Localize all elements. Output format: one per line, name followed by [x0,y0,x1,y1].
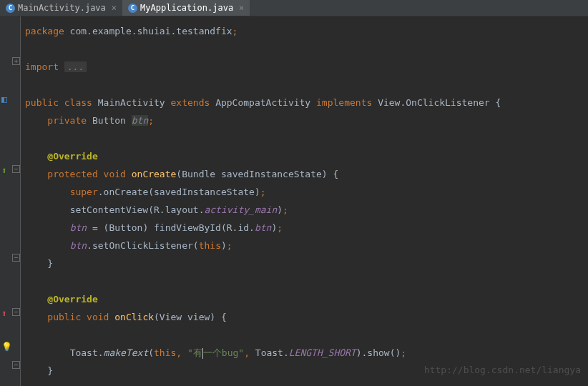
keyword-this: this [199,240,221,251]
java-class-icon: C [6,4,15,13]
override-red-icon[interactable]: ⬆ [1,308,11,318]
keyword-private: private [47,115,87,126]
keyword-protected: protected [47,169,103,179]
annotation-override: @Override [47,294,97,305]
java-class-icon: C [128,4,137,13]
keyword-void: void [104,169,132,179]
text-caret [202,348,203,359]
close-icon[interactable]: × [112,3,117,13]
keyword-super: super [70,187,98,197]
keyword-void: void [87,312,114,322]
keyword-implements: implements [316,97,378,108]
class-name: MainActivity [98,97,171,108]
tab-myapplication[interactable]: C MyApplication.java × [122,0,250,16]
super-class: AppCompatActivity [215,97,316,108]
tab-mainactivity[interactable]: C MainActivity.java × [0,0,122,16]
editor: ◧ ⬆ ⬆ 💡 + − − − − package com.example.sh… [0,16,588,386]
method-maketext: makeText [104,347,149,358]
gutter-icons: ◧ ⬆ ⬆ 💡 [0,16,12,386]
keyword-this: this [154,347,176,358]
override-up-icon[interactable]: ⬆ [1,165,11,175]
field-btn: btn [70,222,87,233]
code-area[interactable]: package com.example.shuiai.testandfix; i… [21,16,588,386]
call-setcontentview: setContentView(R.layout. [70,204,205,215]
lightbulb-icon[interactable]: 💡 [1,342,11,352]
keyword-public: public [47,312,87,322]
close-icon[interactable]: × [239,3,244,13]
fold-collapse-icon[interactable]: − [12,165,20,173]
tab-label: MyApplication.java [140,3,233,13]
tab-bar: C MainActivity.java × C MyApplication.ja… [0,0,588,16]
fold-collapse-icon[interactable]: − [12,254,20,262]
fold-collapse-icon[interactable]: − [12,361,20,369]
keyword-class: class [64,97,98,108]
watermark: http://blog.csdn.net/liangya [424,361,581,379]
keyword-extends: extends [171,97,216,108]
method-onclick: onClick [114,312,154,322]
import-fold[interactable]: ... [64,61,87,72]
package-name: com.example.shuiai.testandfix [64,26,232,36]
field-btn: btn [132,115,148,126]
string-literal: "有一个bug" [187,347,244,358]
method-oncreate: onCreate [132,169,177,179]
implements-icon[interactable]: ◧ [1,94,11,104]
tab-label: MainActivity.java [18,3,106,13]
resource-btn: btn [255,222,271,233]
annotation-override: @Override [47,151,97,162]
keyword-package: package [25,26,64,36]
class-toast: Toast. [70,347,104,358]
field-btn: btn [70,240,87,251]
gutter-fold: + − − − − [12,16,21,386]
resource-activitymain: activity_main [204,204,277,215]
type-button: Button [87,115,132,126]
fold-collapse-icon[interactable]: − [12,308,20,316]
constant-lengthshort: LENGTH_SHORT [289,347,356,358]
fold-expand-icon[interactable]: + [12,57,20,65]
interface-name: View.OnClickListener [378,97,495,108]
keyword-public: public [25,97,64,108]
keyword-import: import [25,61,64,72]
